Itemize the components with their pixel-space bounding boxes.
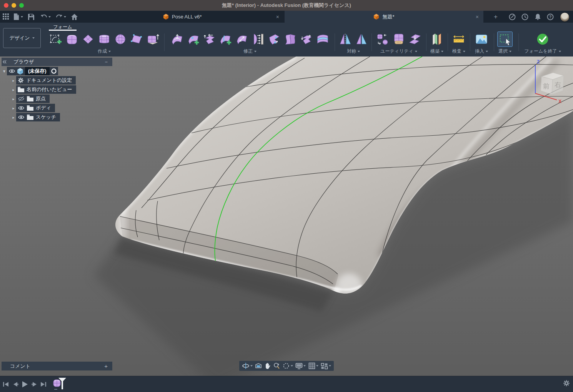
- finish-form-label[interactable]: フォームを終了: [524, 48, 561, 55]
- group-label-select[interactable]: 選択: [498, 48, 511, 55]
- face-primitive-icon[interactable]: [129, 32, 144, 47]
- cylinder-primitive-icon[interactable]: [97, 32, 112, 47]
- eye-icon[interactable]: [8, 68, 15, 75]
- new-tab-button[interactable]: +: [491, 12, 500, 22]
- browser-item-origin[interactable]: ▸ 原点: [2, 95, 112, 103]
- save-button[interactable]: [26, 12, 36, 22]
- browser-header[interactable]: ブラウザ −: [2, 58, 112, 66]
- browser-item-document-settings[interactable]: ▸ ドキュメントの設定: [2, 76, 112, 85]
- make-uniform-icon[interactable]: [408, 32, 422, 47]
- box-primitive-icon[interactable]: [65, 32, 79, 47]
- display-settings-button[interactable]: [295, 363, 306, 369]
- bevel-edge-icon[interactable]: [315, 32, 330, 47]
- step-forward-button[interactable]: [30, 380, 39, 388]
- unweld-icon[interactable]: [299, 32, 314, 47]
- look-at-button[interactable]: [255, 363, 262, 369]
- mirror-symmetry-icon[interactable]: [338, 32, 353, 47]
- add-comment-button[interactable]: +: [104, 363, 108, 369]
- group-label-inspect[interactable]: 検査: [452, 48, 465, 55]
- close-tab-icon[interactable]: ×: [276, 14, 279, 20]
- workspace-selector[interactable]: デザイン: [3, 28, 41, 48]
- insert-edge-icon[interactable]: [218, 32, 233, 47]
- home-button[interactable]: [69, 12, 79, 22]
- show-data-panel-button[interactable]: [1, 12, 11, 22]
- document-tab-pose-all[interactable]: Pose ALL v6* ×: [145, 11, 284, 23]
- folder-icon: [27, 105, 33, 111]
- circular-symmetry-icon[interactable]: [354, 32, 369, 47]
- notifications-button[interactable]: [533, 12, 542, 22]
- clock-icon: [521, 13, 528, 20]
- eye-off-icon[interactable]: [18, 95, 25, 102]
- group-label-utilities[interactable]: ユーティリティ: [380, 48, 417, 55]
- close-tab-icon[interactable]: ×: [476, 14, 479, 20]
- select-icon[interactable]: [498, 32, 512, 47]
- timeline-playhead[interactable]: [58, 377, 67, 391]
- undo-button[interactable]: [38, 12, 52, 22]
- convert-icon[interactable]: [375, 32, 390, 47]
- flatten-icon[interactable]: [251, 32, 265, 47]
- browser-item-bodies[interactable]: ▸ ボディ: [2, 104, 112, 112]
- pull-icon[interactable]: [267, 32, 282, 47]
- play-button[interactable]: [20, 380, 30, 388]
- construct-plane-icon[interactable]: [430, 32, 444, 47]
- create-form-icon[interactable]: [48, 32, 63, 47]
- document-tab-untitled[interactable]: 無題* ×: [285, 11, 483, 23]
- measure-icon[interactable]: [451, 32, 466, 47]
- user-avatar[interactable]: [560, 12, 570, 22]
- pan-button[interactable]: [265, 362, 271, 369]
- chevron-right-icon[interactable]: ▸: [11, 97, 16, 101]
- zoom-button[interactable]: [273, 362, 280, 369]
- browser-item-named-views[interactable]: ▸ 名前の付いたビュー: [2, 85, 112, 94]
- grid-snap-button[interactable]: [308, 362, 318, 369]
- minimize-panel-icon[interactable]: −: [105, 59, 108, 65]
- job-status-button[interactable]: [508, 12, 517, 22]
- sphere-primitive-icon[interactable]: [113, 32, 128, 47]
- browser-root-row[interactable]: ▼ (未保存): [2, 67, 112, 75]
- extrude-icon[interactable]: [145, 32, 160, 47]
- close-window-icon[interactable]: [4, 3, 8, 8]
- go-to-end-button[interactable]: [39, 380, 48, 388]
- group-label-create[interactable]: 作成: [98, 48, 111, 55]
- chevron-right-icon[interactable]: ▸: [11, 88, 16, 92]
- group-label-symmetry[interactable]: 対称: [347, 48, 360, 55]
- orbit-button[interactable]: [242, 362, 253, 369]
- document-name[interactable]: (未保存): [25, 67, 50, 75]
- bridge-icon[interactable]: [283, 32, 298, 47]
- ground-toggle-icon[interactable]: [51, 68, 57, 74]
- fit-button[interactable]: [283, 362, 293, 369]
- go-to-start-button[interactable]: [2, 380, 10, 388]
- toolbar-separator: [494, 33, 494, 51]
- chevron-right-icon[interactable]: ▸: [11, 106, 16, 110]
- browser-item-sketches[interactable]: ▸ スケッチ: [2, 113, 112, 121]
- step-back-button[interactable]: [11, 380, 20, 388]
- group-label-modify[interactable]: 修正: [243, 48, 257, 55]
- eye-icon[interactable]: [18, 105, 25, 111]
- slide-edge-icon[interactable]: [202, 32, 217, 47]
- comments-bar[interactable]: コメント +: [2, 362, 112, 370]
- finish-form-icon[interactable]: [535, 32, 550, 47]
- insert-canvas-icon[interactable]: [474, 32, 489, 47]
- chevron-down-icon[interactable]: ▼: [2, 69, 7, 73]
- caret-icon: [463, 51, 465, 52]
- edit-form-icon[interactable]: [170, 32, 185, 47]
- group-label-construct[interactable]: 構築: [430, 48, 443, 55]
- group-label-insert[interactable]: 挿入: [475, 48, 488, 55]
- insert-point-icon[interactable]: [186, 32, 201, 47]
- viewports-button[interactable]: [321, 363, 331, 369]
- timeline-settings-button[interactable]: [563, 380, 570, 388]
- pan-hand-icon: [265, 362, 271, 369]
- repair-body-icon[interactable]: [391, 32, 406, 47]
- plane-primitive-icon[interactable]: [81, 32, 95, 47]
- eye-icon[interactable]: [18, 114, 25, 121]
- view-navigation-bar: [239, 361, 334, 371]
- subdivide-icon[interactable]: [235, 32, 249, 47]
- version-history-button[interactable]: [520, 12, 530, 22]
- collapse-panel-icon[interactable]: [3, 60, 7, 64]
- help-button[interactable]: ?: [546, 12, 555, 22]
- chevron-right-icon[interactable]: ▸: [11, 78, 16, 83]
- zoom-window-icon[interactable]: [19, 3, 24, 8]
- minimize-window-icon[interactable]: [12, 3, 16, 8]
- file-menu-button[interactable]: [12, 12, 25, 22]
- redo-button[interactable]: [54, 12, 68, 22]
- chevron-right-icon[interactable]: ▸: [11, 115, 16, 120]
